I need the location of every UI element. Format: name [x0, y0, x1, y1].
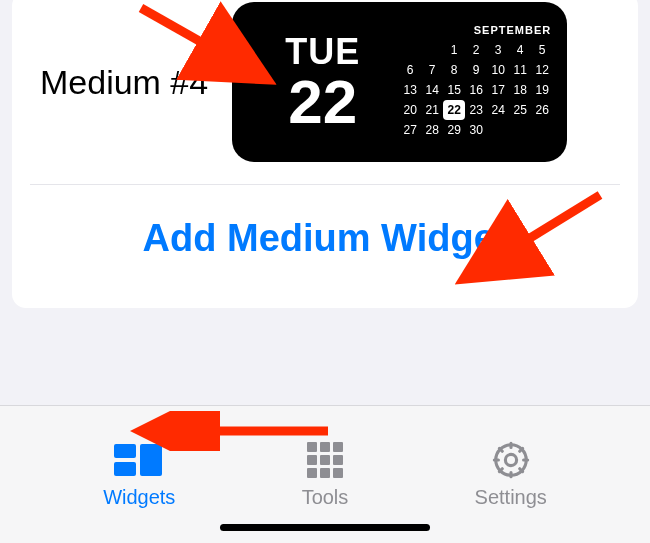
calendar-day: 3 [487, 40, 509, 60]
home-indicator[interactable] [220, 524, 430, 531]
svg-point-13 [495, 445, 525, 475]
svg-rect-10 [320, 468, 330, 478]
gear-icon [490, 438, 532, 482]
widgets-icon [114, 438, 164, 482]
tab-label: Settings [475, 486, 547, 509]
widget-label: Medium #4 [40, 63, 208, 102]
tabbar: Widgets Tools Settings [0, 405, 650, 543]
calendar-day: 12 [531, 60, 553, 80]
svg-point-12 [505, 454, 516, 465]
svg-rect-4 [320, 442, 330, 452]
svg-rect-7 [320, 455, 330, 465]
calendar-day: 29 [443, 120, 465, 140]
calendar-day: 28 [421, 120, 443, 140]
calendar-day: 23 [465, 100, 487, 120]
calendar-day: 19 [531, 80, 553, 100]
calendar-day: 13 [399, 80, 421, 100]
calendar-today: 22 [443, 100, 465, 120]
calendar-day: 25 [509, 100, 531, 120]
calendar-day: 11 [509, 60, 531, 80]
widget-preview: TUE 22 SEPTEMBER 00123456789101112131415… [232, 2, 567, 162]
grid-icon [305, 438, 345, 482]
calendar-day: 2 [465, 40, 487, 60]
preview-left: TUE 22 [258, 14, 387, 150]
calendar-day: 6 [399, 60, 421, 80]
calendar-grid: 0012345678910111213141516171819202122232… [399, 40, 553, 140]
svg-rect-8 [333, 455, 343, 465]
calendar-day: 18 [509, 80, 531, 100]
calendar-day: 20 [399, 100, 421, 120]
preview-date: 22 [288, 71, 357, 133]
tab-tools[interactable]: Tools [302, 438, 349, 509]
calendar-day: 10 [487, 60, 509, 80]
svg-rect-1 [114, 462, 136, 476]
calendar-day: 14 [421, 80, 443, 100]
svg-rect-5 [333, 442, 343, 452]
preview-month: SEPTEMBER [399, 24, 553, 36]
calendar-day: 5 [531, 40, 553, 60]
widget-card: Medium #4 TUE 22 SEPTEMBER 0012345678910… [12, 0, 638, 308]
calendar-day: 8 [443, 60, 465, 80]
calendar-day: 21 [421, 100, 443, 120]
calendar-day: 26 [531, 100, 553, 120]
calendar-day: 15 [443, 80, 465, 100]
svg-rect-0 [114, 444, 136, 458]
tab-label: Widgets [103, 486, 175, 509]
calendar-day: 7 [421, 60, 443, 80]
calendar-day: 4 [509, 40, 531, 60]
svg-rect-2 [140, 444, 162, 476]
calendar-day: 1 [443, 40, 465, 60]
calendar-day: 17 [487, 80, 509, 100]
svg-rect-6 [307, 455, 317, 465]
calendar-day: 16 [465, 80, 487, 100]
calendar-day: 30 [465, 120, 487, 140]
calendar-day: 27 [399, 120, 421, 140]
svg-rect-3 [307, 442, 317, 452]
calendar-day: 24 [487, 100, 509, 120]
calendar-day: 9 [465, 60, 487, 80]
tab-settings[interactable]: Settings [475, 438, 547, 509]
add-widget-button[interactable]: Add Medium Widget [12, 185, 638, 308]
widget-row[interactable]: Medium #4 TUE 22 SEPTEMBER 0012345678910… [12, 0, 638, 184]
preview-calendar: SEPTEMBER 001234567891011121314151617181… [387, 14, 553, 150]
tab-label: Tools [302, 486, 349, 509]
svg-rect-9 [307, 468, 317, 478]
tab-widgets[interactable]: Widgets [103, 438, 175, 509]
svg-rect-11 [333, 468, 343, 478]
